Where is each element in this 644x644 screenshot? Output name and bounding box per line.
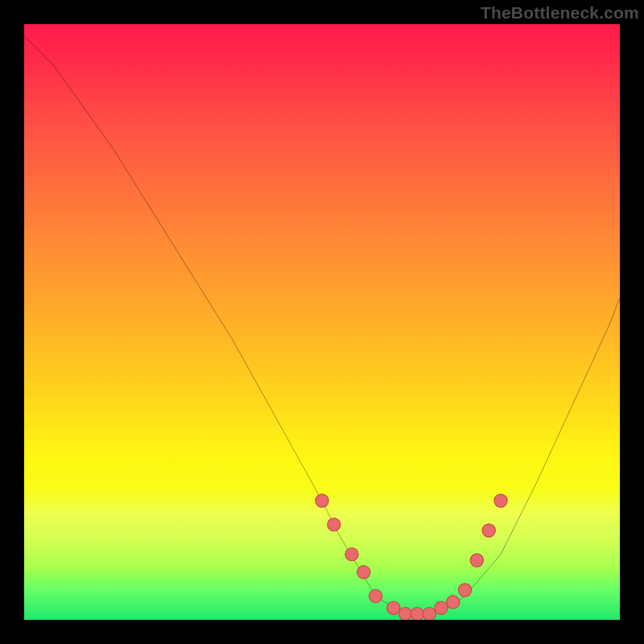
curve-dot xyxy=(398,607,411,620)
curve-dot xyxy=(423,607,436,620)
curve-dot xyxy=(316,494,328,507)
curve-layer xyxy=(24,24,620,620)
curve-dot xyxy=(447,596,460,609)
curve-dot xyxy=(345,547,358,560)
curve-dot xyxy=(411,607,423,620)
curve-dot xyxy=(494,494,507,507)
curve-dots-group xyxy=(316,494,507,620)
curve-dot xyxy=(369,589,382,602)
curve-dot xyxy=(328,518,341,530)
curve-dot xyxy=(470,554,483,567)
curve-dot xyxy=(357,566,370,579)
curve-dot xyxy=(387,601,400,614)
curve-dot xyxy=(435,601,448,614)
curve-dot xyxy=(482,524,495,537)
plot-area xyxy=(24,24,620,620)
watermark-text: TheBottleneck.com xyxy=(481,3,639,23)
chart-stage: TheBottleneck.com xyxy=(0,0,644,644)
curve-dot xyxy=(458,584,471,597)
bottleneck-curve xyxy=(24,36,620,614)
